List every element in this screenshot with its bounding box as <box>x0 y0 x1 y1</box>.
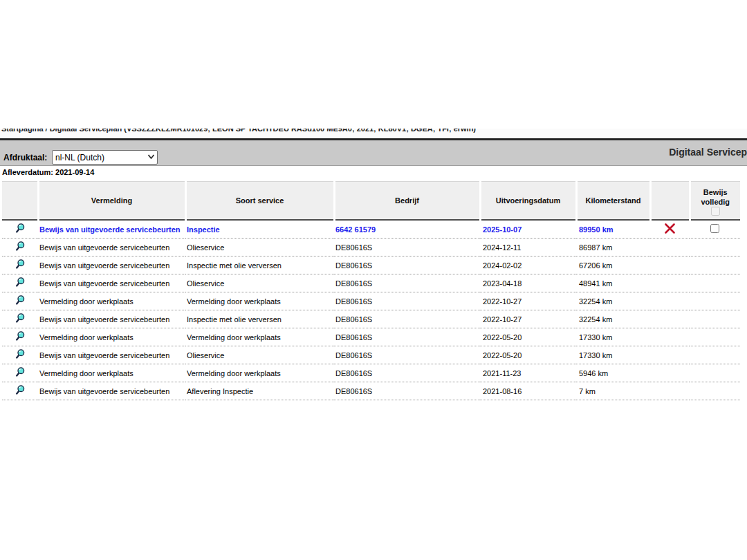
print-language-select-wrap: nl-NL (Dutch) <box>52 150 158 165</box>
table-row: Bewijs van uitgevoerde servicebeurten Af… <box>2 382 740 400</box>
cell-action <box>2 274 38 292</box>
bewijs-volledig-header-checkbox <box>711 207 720 216</box>
header-soort-service: Soort service <box>185 182 334 221</box>
cell-bewijs-volledig <box>690 310 740 328</box>
cell-bedrijf: DE80616S <box>334 328 480 346</box>
cell-soort-service: Vermelding door werkplaats <box>185 292 334 310</box>
table-row: Bewijs van uitgevoerde servicebeurten Ol… <box>2 346 740 364</box>
cell-bewijs-volledig <box>690 256 740 274</box>
cell-kilometerstand: 48941 km <box>576 274 650 292</box>
cell-uitvoeringsdatum: 2024-02-02 <box>480 256 576 274</box>
cell-vermelding: Vermelding door werkplaats <box>38 364 185 382</box>
cell-bedrijf: DE80616S <box>334 364 480 382</box>
header-kilometerstand: Kilometerstand <box>576 182 650 221</box>
breadcrumb: Startpagina / Digitaal Serviceplan (VSSZ… <box>0 129 747 138</box>
table-header: Vermelding Soort service Bedrijf Uitvoer… <box>2 182 740 221</box>
magnifier-icon[interactable] <box>15 241 26 252</box>
cell-action <box>2 310 38 328</box>
cell-delete <box>650 292 690 310</box>
breadcrumb-text: Startpagina / Digitaal Serviceplan (VSSZ… <box>0 129 747 134</box>
cell-kilometerstand: 32254 km <box>576 292 650 310</box>
cell-kilometerstand: 86987 km <box>576 239 650 256</box>
cell-soort-service: Inspectie <box>185 220 334 239</box>
cell-bedrijf: DE80616S <box>334 382 480 400</box>
cell-delete <box>650 220 690 239</box>
proof-checkbox[interactable] <box>710 224 719 233</box>
magnifier-icon[interactable] <box>15 330 26 342</box>
table-row: Vermelding door werkplaats Vermelding do… <box>2 364 740 382</box>
cell-kilometerstand: 67206 km <box>576 256 650 274</box>
cell-kilometerstand: 89950 km <box>576 220 650 239</box>
cell-delete <box>650 239 690 256</box>
cell-vermelding: Bewijs van uitgevoerde servicebeurten <box>38 239 185 256</box>
print-language-select[interactable]: nl-NL (Dutch) <box>52 150 158 165</box>
cell-action <box>2 239 38 256</box>
page-title: Digitaal Servicep <box>669 147 747 158</box>
table-row: Bewijs van uitgevoerde servicebeurten Ol… <box>2 274 740 292</box>
cell-bedrijf: DE80616S <box>334 239 480 256</box>
cell-vermelding: Bewijs van uitgevoerde servicebeurten <box>38 256 185 274</box>
table-row: Bewijs van uitgevoerde servicebeurten Ol… <box>2 239 740 256</box>
cell-action <box>2 346 38 364</box>
cell-kilometerstand: 5946 km <box>576 364 650 382</box>
toolbar: Afdruktaal: nl-NL (Dutch) Digitaal Servi… <box>0 140 747 166</box>
cell-bedrijf: DE80616S <box>334 292 480 310</box>
cell-delete <box>650 256 690 274</box>
cell-uitvoeringsdatum: 2021-11-23 <box>480 364 576 382</box>
cell-bewijs-volledig <box>690 364 740 382</box>
cell-delete <box>650 382 690 400</box>
cell-vermelding: Bewijs van uitgevoerde servicebeurten <box>38 274 185 292</box>
cell-delete <box>650 310 690 328</box>
header-delete-column <box>650 182 690 221</box>
cell-vermelding: Vermelding door werkplaats <box>38 328 185 346</box>
magnifier-icon[interactable] <box>15 366 26 378</box>
cell-bedrijf: DE80616S <box>334 274 480 292</box>
cell-soort-service: Aflevering Inspectie <box>185 382 334 400</box>
magnifier-icon[interactable] <box>15 384 26 396</box>
table-row: Bewijs van uitgevoerde servicebeurten In… <box>2 220 740 239</box>
cell-delete <box>650 364 690 382</box>
cell-bewijs-volledig <box>690 382 740 400</box>
cell-bedrijf: DE80616S <box>334 256 480 274</box>
cell-delete <box>650 328 690 346</box>
cell-delete <box>650 346 690 364</box>
cell-kilometerstand: 17330 km <box>576 346 650 364</box>
cell-delete <box>650 274 690 292</box>
header-uitvoeringsdatum: Uitvoeringsdatum <box>480 182 576 221</box>
magnifier-icon[interactable] <box>15 348 26 360</box>
cell-action <box>2 328 38 346</box>
red-x-icon[interactable] <box>664 223 676 234</box>
magnifier-icon[interactable] <box>15 295 26 306</box>
cell-soort-service: Inspectie met olie verversen <box>185 256 334 274</box>
cell-bedrijf: DE80616S <box>334 310 480 328</box>
table-row: Vermelding door werkplaats Vermelding do… <box>2 292 740 310</box>
table-row: Vermelding door werkplaats Vermelding do… <box>2 328 740 346</box>
header-vermelding: Vermelding <box>38 182 185 221</box>
cell-uitvoeringsdatum: 2023-04-18 <box>480 274 576 292</box>
bewijs-volledig-label: Bewijs volledig <box>691 185 741 207</box>
cell-action <box>2 220 38 239</box>
cell-bewijs-volledig <box>690 274 740 292</box>
cell-bewijs-volledig <box>690 239 740 256</box>
cell-vermelding: Bewijs van uitgevoerde servicebeurten <box>38 346 185 364</box>
cell-bedrijf: 6642 61579 <box>334 220 480 239</box>
magnifier-icon[interactable] <box>15 277 26 288</box>
header-bewijs-volledig: Bewijs volledig <box>690 182 740 221</box>
cell-soort-service: Inspectie met olie verversen <box>185 310 334 328</box>
service-table-body: Bewijs van uitgevoerde servicebeurten In… <box>2 220 740 400</box>
cell-soort-service: Olieservice <box>185 346 334 364</box>
cell-vermelding: Vermelding door werkplaats <box>38 292 185 310</box>
cell-bedrijf: DE80616S <box>334 346 480 364</box>
cell-action <box>2 256 38 274</box>
magnifier-icon[interactable] <box>15 223 26 234</box>
cell-uitvoeringsdatum: 2022-10-27 <box>480 310 576 328</box>
magnifier-icon[interactable] <box>15 259 26 270</box>
table-row: Bewijs van uitgevoerde servicebeurten In… <box>2 310 740 328</box>
magnifier-icon[interactable] <box>15 312 26 324</box>
cell-soort-service: Olieservice <box>185 274 334 292</box>
cell-kilometerstand: 17330 km <box>576 328 650 346</box>
cell-soort-service: Vermelding door werkplaats <box>185 364 334 382</box>
cell-soort-service: Vermelding door werkplaats <box>185 328 334 346</box>
cell-uitvoeringsdatum: 2024-12-11 <box>480 239 576 256</box>
cell-uitvoeringsdatum: 2022-05-20 <box>480 328 576 346</box>
